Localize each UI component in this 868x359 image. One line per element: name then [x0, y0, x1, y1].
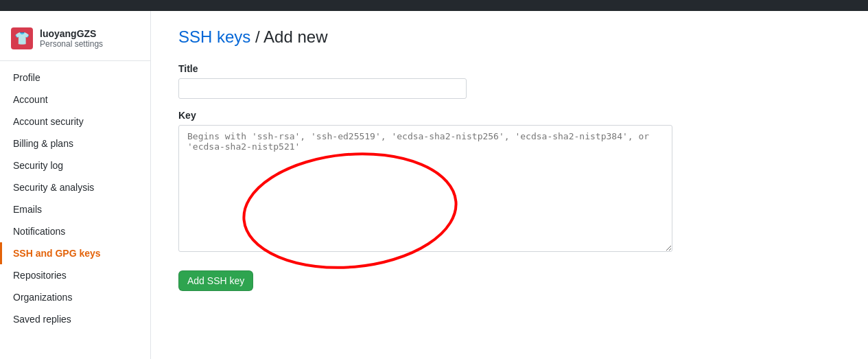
- sidebar-link-emails[interactable]: Emails: [0, 198, 150, 220]
- key-label: Key: [178, 110, 841, 121]
- key-input[interactable]: [178, 125, 672, 252]
- breadcrumb-separator: / Add new: [255, 27, 327, 46]
- sidebar-user: 👕 luoyangGZS Personal settings: [0, 22, 150, 61]
- sidebar-link-account[interactable]: Account: [0, 89, 150, 111]
- sidebar-link-security-log[interactable]: Security log: [0, 154, 150, 176]
- title-field-group: Title: [178, 63, 841, 99]
- sidebar-link-profile[interactable]: Profile: [0, 67, 150, 89]
- sidebar-link-account-security[interactable]: Account security: [0, 111, 150, 132]
- textarea-container: [178, 125, 672, 254]
- sidebar-item-account: Account: [0, 89, 150, 111]
- sidebar-item-organizations: Organizations: [0, 286, 150, 308]
- sidebar-item-billing: Billing & plans: [0, 132, 150, 154]
- key-field-group: Key: [178, 110, 841, 254]
- ssh-keys-link[interactable]: SSH keys: [178, 27, 250, 46]
- avatar-icon: 👕: [14, 31, 30, 46]
- sidebar-link-security-analysis[interactable]: Security & analysis: [0, 176, 150, 198]
- sidebar-navigation: Profile Account Account security Billing…: [0, 67, 150, 330]
- user-subtitle: Personal settings: [40, 39, 103, 49]
- sidebar-item-profile: Profile: [0, 67, 150, 89]
- sidebar-item-ssh-gpg-keys: SSH and GPG keys: [0, 242, 150, 264]
- main-content: SSH keys / Add new Title Key Add SSH key: [151, 11, 868, 359]
- username: luoyangGZS: [40, 28, 103, 39]
- page-header: SSH keys / Add new: [178, 27, 841, 47]
- sidebar: 👕 luoyangGZS Personal settings Profile A…: [0, 11, 151, 359]
- breadcrumb: SSH keys / Add new: [178, 27, 841, 47]
- sidebar-link-repositories[interactable]: Repositories: [0, 264, 150, 286]
- user-info: luoyangGZS Personal settings: [40, 28, 103, 49]
- avatar: 👕: [11, 27, 33, 49]
- sidebar-link-organizations[interactable]: Organizations: [0, 286, 150, 308]
- title-input[interactable]: [178, 78, 467, 99]
- sidebar-item-saved-replies: Saved replies: [0, 308, 150, 330]
- sidebar-item-account-security: Account security: [0, 111, 150, 132]
- sidebar-link-notifications[interactable]: Notifications: [0, 220, 150, 242]
- sidebar-link-ssh-gpg-keys[interactable]: SSH and GPG keys: [0, 242, 150, 264]
- sidebar-item-emails: Emails: [0, 198, 150, 220]
- sidebar-item-notifications: Notifications: [0, 220, 150, 242]
- sidebar-item-repositories: Repositories: [0, 264, 150, 286]
- sidebar-item-security-analysis: Security & analysis: [0, 176, 150, 198]
- top-bar: [0, 0, 868, 11]
- layout: 👕 luoyangGZS Personal settings Profile A…: [0, 11, 868, 359]
- sidebar-link-saved-replies[interactable]: Saved replies: [0, 308, 150, 330]
- sidebar-link-billing[interactable]: Billing & plans: [0, 132, 150, 154]
- add-ssh-key-button[interactable]: Add SSH key: [178, 270, 253, 291]
- title-label: Title: [178, 63, 841, 74]
- sidebar-item-security-log: Security log: [0, 154, 150, 176]
